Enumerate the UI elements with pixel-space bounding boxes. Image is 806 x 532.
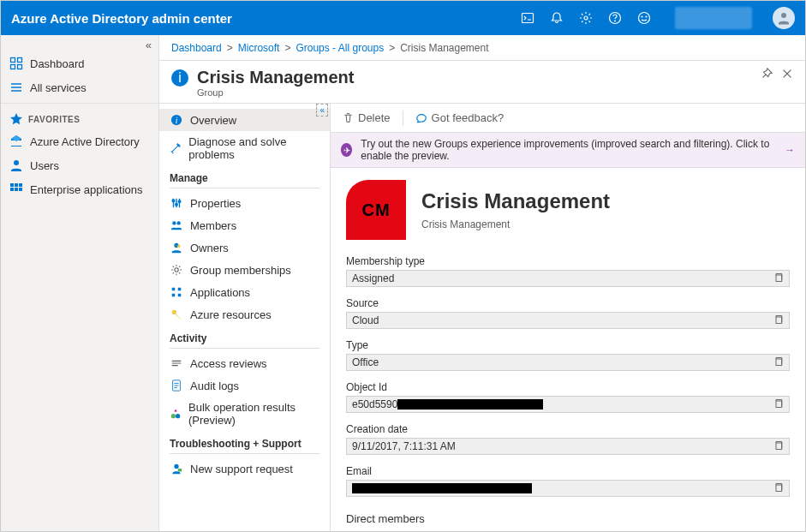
account-region[interactable] xyxy=(675,7,752,29)
subnav-item-azure-resources[interactable]: Azure resources xyxy=(159,303,330,326)
field-label: Source xyxy=(346,297,790,309)
subnav-item-new-support-request[interactable]: New support request xyxy=(159,457,330,480)
breadcrumb-crisis-management: Crisis Management xyxy=(400,42,488,54)
subnav-collapse[interactable]: « xyxy=(316,104,328,117)
svg-point-25 xyxy=(176,221,180,224)
sidebar-item-users[interactable]: Users xyxy=(1,153,158,177)
copy-icon[interactable] xyxy=(773,440,784,453)
dashboard-icon xyxy=(9,57,23,70)
delete-button[interactable]: Delete xyxy=(343,111,391,124)
svg-point-1 xyxy=(584,16,588,20)
owners-icon xyxy=(170,241,183,254)
apps-icon xyxy=(9,182,23,196)
field-creation-date: Creation date9/11/2017, 7:11:31 AM xyxy=(346,423,790,455)
sidebar-item-azure-active-directory[interactable]: Azure Active Directory xyxy=(1,129,158,153)
copy-icon[interactable] xyxy=(773,482,784,495)
preview-banner[interactable]: ✈ Try out the new Groups experience impr… xyxy=(331,133,805,168)
subnav-item-properties[interactable]: Properties xyxy=(159,192,330,214)
pin-icon[interactable] xyxy=(761,68,773,80)
svg-rect-15 xyxy=(19,183,22,187)
close-icon[interactable] xyxy=(781,68,793,80)
svg-rect-38 xyxy=(776,275,782,282)
feedback-icon[interactable] xyxy=(637,11,651,25)
field-source: SourceCloud xyxy=(346,297,790,329)
feedback-button[interactable]: Got feedback? xyxy=(415,111,504,124)
info-icon[interactable]: i xyxy=(171,69,188,87)
support-icon xyxy=(170,462,183,475)
subnav-item-bulk-operation-results-preview-[interactable]: Bulk operation results (Preview) xyxy=(159,397,330,431)
subnav-item-access-reviews[interactable]: Access reviews xyxy=(159,352,330,374)
sidebar-item-all-services[interactable]: All services xyxy=(1,75,158,99)
svg-point-5 xyxy=(642,16,642,17)
svg-rect-42 xyxy=(776,443,782,450)
blade-header: i Crisis Management Group xyxy=(159,61,805,104)
svg-point-7 xyxy=(781,13,786,18)
field-label: Email xyxy=(346,465,790,477)
toolbar: Delete Got feedback? xyxy=(331,104,805,133)
subnav-item-diagnose-and-solve-problems[interactable]: Diagnose and solve problems xyxy=(159,131,330,165)
svg-rect-8 xyxy=(11,58,15,63)
help-icon[interactable] xyxy=(608,11,622,25)
field-object-id: Object Ide50d5590 xyxy=(346,381,790,413)
sidebar-collapse[interactable]: « xyxy=(1,35,158,51)
sidebar-item-enterprise-applications[interactable]: Enterprise applications xyxy=(1,177,158,201)
copy-icon[interactable] xyxy=(773,398,784,411)
bulk-icon xyxy=(170,407,182,421)
settings-icon[interactable] xyxy=(579,11,593,25)
copy-icon[interactable] xyxy=(773,272,784,285)
subnav-item-overview[interactable]: iOverview xyxy=(159,109,330,131)
breadcrumb: Dashboard>Microsoft>Groups - All groups>… xyxy=(159,35,805,61)
group-subtitle: Crisis Management xyxy=(421,218,610,230)
svg-rect-39 xyxy=(776,317,782,324)
breadcrumb-microsoft[interactable]: Microsoft xyxy=(238,42,280,54)
svg-rect-0 xyxy=(522,14,534,23)
subnav-item-members[interactable]: Members xyxy=(159,214,330,236)
field-value: Office xyxy=(346,354,790,371)
copy-icon[interactable] xyxy=(773,356,784,369)
sidebar-item-dashboard[interactable]: Dashboard xyxy=(1,51,158,75)
access-icon xyxy=(170,356,183,370)
subnav-item-group-memberships[interactable]: Group memberships xyxy=(159,259,330,281)
copy-icon[interactable] xyxy=(773,314,784,327)
svg-rect-11 xyxy=(18,65,22,69)
properties-icon xyxy=(170,196,183,210)
svg-rect-40 xyxy=(776,359,782,366)
svg-rect-31 xyxy=(178,294,182,297)
field-type: TypeOffice xyxy=(346,339,790,371)
field-label: Creation date xyxy=(346,423,790,435)
svg-rect-18 xyxy=(19,188,22,191)
svg-point-3 xyxy=(615,21,616,21)
brand-title: Azure Active Directory admin center xyxy=(11,11,521,26)
page-subtitle: Group xyxy=(197,87,354,98)
field-label: Type xyxy=(346,339,790,351)
svg-rect-9 xyxy=(18,58,22,63)
apps2-icon xyxy=(170,285,183,299)
notifications-icon[interactable] xyxy=(550,11,564,25)
svg-rect-29 xyxy=(178,288,182,291)
subnav-section: Troubleshooting + Support xyxy=(159,431,330,453)
group-tile: CM xyxy=(346,180,406,240)
rocket-icon: ✈ xyxy=(341,143,352,157)
aad-icon xyxy=(9,134,23,148)
subnav-item-applications[interactable]: Applications xyxy=(159,281,330,303)
field-email: Email xyxy=(346,465,790,497)
field-value: 9/11/2017, 7:11:31 AM xyxy=(346,438,790,455)
svg-rect-13 xyxy=(10,183,14,187)
subnav-item-owners[interactable]: Owners xyxy=(159,236,330,259)
favorites-label: FAVORITES xyxy=(28,115,80,124)
gear-icon xyxy=(170,263,183,277)
allservices-icon xyxy=(9,81,23,94)
svg-rect-41 xyxy=(776,401,782,408)
svg-point-23 xyxy=(178,200,181,203)
svg-rect-10 xyxy=(11,65,15,69)
breadcrumb-groups---all-groups[interactable]: Groups - All groups xyxy=(296,42,384,54)
diagnose-icon xyxy=(170,141,182,155)
subnav-section: Activity xyxy=(159,326,330,348)
svg-rect-30 xyxy=(172,294,176,297)
svg-point-21 xyxy=(172,200,175,202)
cloudshell-icon[interactable] xyxy=(521,11,534,25)
subnav-item-audit-logs[interactable]: Audit logs xyxy=(159,374,330,397)
breadcrumb-dashboard[interactable]: Dashboard xyxy=(171,42,222,54)
members-icon xyxy=(170,218,183,232)
avatar[interactable] xyxy=(773,7,795,29)
